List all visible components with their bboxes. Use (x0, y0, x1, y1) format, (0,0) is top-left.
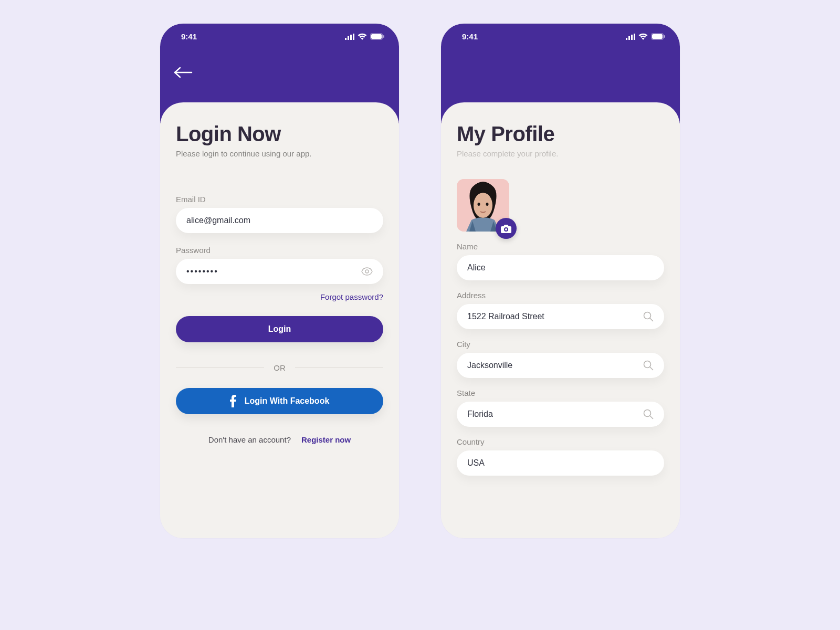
svg-rect-11 (631, 35, 633, 40)
state-value: Florida (467, 410, 643, 419)
svg-point-20 (644, 312, 651, 319)
city-label: City (457, 340, 664, 349)
arrow-left-icon (174, 67, 193, 78)
email-value: alice@gmail.com (186, 216, 373, 225)
facebook-button-label: Login With Facebook (245, 396, 330, 406)
change-photo-button[interactable] (496, 218, 517, 239)
country-input[interactable]: USA (457, 450, 664, 476)
profile-subtitle: Please complete your profile. (457, 149, 664, 158)
state-input[interactable]: Florida (457, 402, 664, 427)
svg-point-18 (478, 203, 480, 206)
svg-rect-9 (626, 38, 627, 40)
facebook-login-button[interactable]: Login With Facebook (176, 388, 383, 414)
state-label: State (457, 388, 664, 397)
search-icon[interactable] (643, 360, 654, 371)
status-time: 9:41 (181, 32, 197, 41)
password-value: •••••••• (186, 267, 361, 276)
profile-screen: 9:41 My Profile Please complete your pro… (441, 24, 680, 538)
forgot-password-link[interactable]: Forgot password? (176, 292, 383, 301)
divider-line (176, 368, 264, 368)
svg-point-19 (486, 203, 489, 206)
login-title: Login Now (176, 122, 383, 146)
register-row: Don't have an account? Register now (176, 435, 383, 444)
address-label: Address (457, 291, 664, 300)
svg-point-8 (365, 270, 369, 273)
search-icon[interactable] (643, 409, 654, 419)
back-button[interactable] (174, 67, 193, 80)
email-input[interactable]: alice@gmail.com (176, 208, 383, 233)
wifi-icon (638, 33, 648, 40)
signal-icon (345, 34, 354, 40)
status-bar: 9:41 (160, 24, 399, 41)
search-icon[interactable] (643, 311, 654, 322)
camera-icon (501, 224, 511, 233)
status-time: 9:41 (462, 32, 478, 41)
svg-line-21 (650, 318, 653, 321)
eye-icon[interactable] (361, 267, 373, 276)
profile-title: My Profile (457, 122, 664, 146)
login-content: Login Now Please login to continue using… (160, 102, 399, 538)
name-value: Alice (467, 263, 654, 272)
password-input[interactable]: •••••••• (176, 259, 383, 284)
battery-icon (651, 33, 665, 40)
city-input[interactable]: Jacksonville (457, 353, 664, 378)
svg-rect-10 (628, 36, 630, 40)
svg-rect-2 (350, 35, 352, 40)
svg-rect-12 (634, 34, 635, 40)
wifi-icon (358, 33, 367, 40)
avatar-container (457, 179, 509, 232)
email-label: Email ID (176, 195, 383, 204)
battery-icon (370, 33, 384, 40)
svg-rect-0 (345, 38, 346, 40)
login-screen: 9:41 Login Now Please login to continue … (160, 24, 399, 538)
svg-rect-3 (353, 34, 354, 40)
profile-content: My Profile Please complete your profile. (441, 102, 680, 538)
status-bar: 9:41 (441, 24, 680, 41)
svg-point-22 (644, 361, 651, 368)
divider-line (295, 368, 383, 368)
login-button-label: Login (268, 324, 291, 334)
svg-rect-6 (383, 35, 384, 38)
country-label: Country (457, 437, 664, 446)
svg-line-23 (650, 367, 653, 370)
register-link[interactable]: Register now (301, 435, 351, 444)
or-divider: OR (176, 363, 383, 372)
svg-point-24 (644, 410, 651, 417)
password-label: Password (176, 246, 383, 255)
city-value: Jacksonville (467, 361, 643, 370)
status-icons (626, 33, 665, 40)
svg-rect-14 (652, 34, 663, 39)
name-label: Name (457, 242, 664, 251)
svg-point-17 (474, 193, 492, 218)
or-label: OR (274, 363, 286, 372)
login-subtitle: Please login to continue using our app. (176, 149, 383, 158)
svg-rect-15 (664, 35, 665, 38)
name-input[interactable]: Alice (457, 255, 664, 280)
svg-rect-1 (348, 36, 349, 40)
signal-icon (626, 34, 635, 40)
address-value: 1522 Railroad Street (467, 312, 643, 321)
country-value: USA (467, 458, 654, 468)
status-icons (345, 33, 384, 40)
svg-rect-5 (371, 34, 382, 39)
address-input[interactable]: 1522 Railroad Street (457, 304, 664, 329)
login-button[interactable]: Login (176, 316, 383, 342)
register-question: Don't have an account? (208, 435, 291, 444)
svg-line-25 (650, 416, 653, 419)
facebook-icon (230, 395, 236, 407)
